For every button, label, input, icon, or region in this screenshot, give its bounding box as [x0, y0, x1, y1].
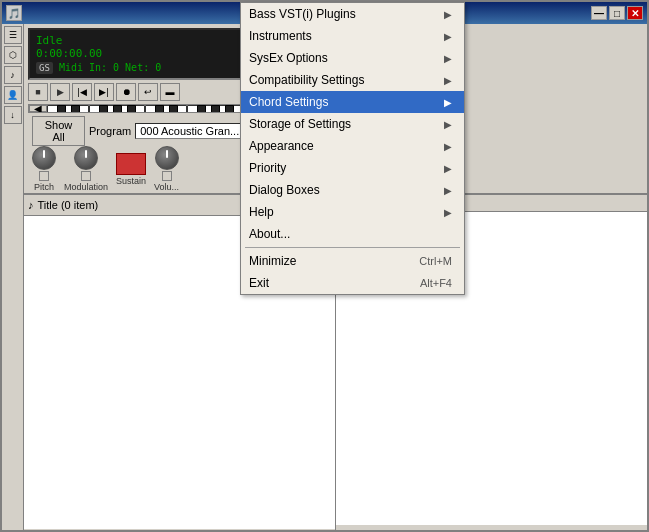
menu-item-label: Exit	[249, 276, 269, 290]
menu-item-storage[interactable]: Storage of Settings▶	[241, 113, 464, 135]
dropdown-menu: Bass VST(i) Plugins▶Instruments▶SysEx Op…	[240, 2, 465, 295]
menu-item-label: About...	[249, 227, 290, 241]
menu-item-sysex-options[interactable]: SysEx Options▶	[241, 47, 464, 69]
menu-item-label: Instruments	[249, 29, 312, 43]
menu-item-instruments[interactable]: Instruments▶	[241, 25, 464, 47]
menu-item-chord-settings[interactable]: Chord Settings▶	[241, 91, 464, 113]
menu-item-dialog-boxes[interactable]: Dialog Boxes▶	[241, 179, 464, 201]
menu-item-label: Chord Settings	[249, 95, 328, 109]
menu-arrow-icon: ▶	[444, 163, 452, 174]
menu-item-minimize[interactable]: MinimizeCtrl+M	[241, 250, 464, 272]
main-window: 🎵 Midi Pla... — □ ✕ ☰ ⬡ ♪ 👤 ↓ Id	[0, 0, 649, 532]
dropdown-overlay: Bass VST(i) Plugins▶Instruments▶SysEx Op…	[2, 2, 647, 530]
menu-separator	[245, 247, 460, 248]
menu-arrow-icon: ▶	[444, 97, 452, 108]
menu-item-label: Help	[249, 205, 274, 219]
menu-item-bass-vst[interactable]: Bass VST(i) Plugins▶	[241, 3, 464, 25]
menu-arrow-icon: ▶	[444, 185, 452, 196]
menu-shortcut: Ctrl+M	[419, 255, 452, 267]
menu-arrow-icon: ▶	[444, 141, 452, 152]
menu-item-label: Appearance	[249, 139, 314, 153]
menu-item-label: Compatibility Settings	[249, 73, 364, 87]
menu-item-label: Priority	[249, 161, 286, 175]
menu-item-exit[interactable]: ExitAlt+F4	[241, 272, 464, 294]
menu-arrow-icon: ▶	[444, 31, 452, 42]
menu-arrow-icon: ▶	[444, 207, 452, 218]
menu-arrow-icon: ▶	[444, 119, 452, 130]
menu-item-label: Bass VST(i) Plugins	[249, 7, 356, 21]
menu-arrow-icon: ▶	[444, 9, 452, 20]
menu-item-priority[interactable]: Priority▶	[241, 157, 464, 179]
menu-item-label: Minimize	[249, 254, 296, 268]
menu-item-about[interactable]: About...	[241, 223, 464, 245]
menu-item-label: Storage of Settings	[249, 117, 351, 131]
menu-item-label: SysEx Options	[249, 51, 328, 65]
menu-item-appearance[interactable]: Appearance▶	[241, 135, 464, 157]
menu-arrow-icon: ▶	[444, 75, 452, 86]
menu-arrow-icon: ▶	[444, 53, 452, 64]
menu-item-help[interactable]: Help▶	[241, 201, 464, 223]
menu-item-compatibility[interactable]: Compatibility Settings▶	[241, 69, 464, 91]
menu-shortcut: Alt+F4	[420, 277, 452, 289]
menu-item-label: Dialog Boxes	[249, 183, 320, 197]
